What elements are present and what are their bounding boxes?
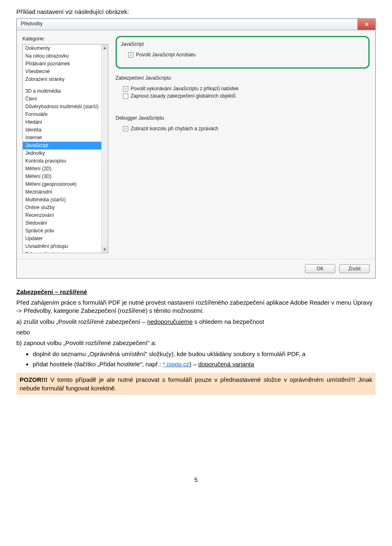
list-item[interactable]: Recenzování [23, 212, 108, 219]
cancel-button[interactable]: Zrušit [339, 264, 370, 273]
list-item: doplnit do seznamu „Oprávněná umístění" … [33, 350, 376, 359]
list-item[interactable]: JavaScript [23, 142, 108, 149]
titlebar: Předvolby ✕ [17, 19, 375, 30]
list-item[interactable]: Měření (2D) [23, 165, 108, 173]
preferences-dialog: Předvolby ✕ Kategorie: DokumentyNa celou… [16, 18, 376, 279]
list-item[interactable]: Čtení [23, 95, 108, 103]
list-item: přidat hostitele (tlačítko „Přidat hosti… [33, 360, 376, 369]
list-item[interactable]: Online služby [23, 204, 108, 212]
paragraph-1: Před zahájením práce s formuláři PDF je … [16, 299, 376, 315]
list-item[interactable]: Dokumenty [23, 45, 108, 52]
checkbox-enable-js[interactable]: ✓ [128, 52, 134, 58]
list-item[interactable]: 3D a multimédia [23, 87, 108, 95]
list-item[interactable]: Mezinárodní [23, 188, 108, 196]
label-allow-menu-js: Povolit vykonávání JavaScriptu z příkazů… [131, 86, 238, 91]
list-item[interactable]: Všeobecné [23, 68, 108, 76]
list-item[interactable]: Zabezpečení [23, 250, 108, 253]
list-item[interactable]: Updater [23, 235, 108, 243]
checkbox-global-obj-policy[interactable] [123, 94, 128, 99]
list-item[interactable]: Zobrazení stránky [23, 76, 108, 83]
intro-text: Příklad nastavení viz následující obráze… [16, 8, 376, 15]
list-item[interactable]: Formuláře [23, 111, 108, 118]
list-item[interactable]: Identita [23, 126, 108, 134]
link-ispop[interactable]: *.ispop.cz [163, 361, 189, 368]
list-item[interactable]: Důvěryhodnost multimédií (starší) [23, 103, 108, 111]
group-javascript: JavaScript [121, 41, 364, 47]
checkbox-console[interactable]: ✓ [123, 126, 128, 131]
bullet-list: doplnit do seznamu „Oprávněná umístění" … [16, 350, 376, 369]
dialog-title: Předvolby [17, 19, 357, 30]
paragraph-2: a) zrušit volbu „Povolit rozšířené zabez… [16, 318, 376, 326]
list-item[interactable]: Hledání [23, 118, 108, 126]
label-enable-js: Povolit JavaScript Acrobatu [136, 52, 196, 58]
scroll-up-icon[interactable]: ▲ [102, 45, 108, 51]
ok-button[interactable]: OK [305, 264, 335, 273]
section-heading: Zabezpečení – rozšířené [16, 288, 376, 295]
scroll-down-icon[interactable]: ▼ [102, 246, 108, 253]
warning-box: POZOR!!! V tomto případě je ale nutné pr… [16, 373, 376, 395]
list-item[interactable]: Přidávání poznámek [23, 60, 108, 68]
close-icon[interactable]: ✕ [357, 19, 375, 30]
group-debugger: Debugger JavaScriptu [116, 115, 370, 121]
label-console: Zobrazit konzolu při chybách a zprávách [131, 126, 218, 131]
list-item[interactable]: Kontrola pravopisu [23, 157, 108, 165]
scrollbar[interactable]: ▲ ▼ [101, 45, 108, 253]
page-number: 5 [16, 477, 376, 483]
label-global-obj-policy: Zapnout zásady zabezpečení globálních ob… [131, 93, 236, 99]
javascript-highlight: JavaScript ✓ Povolit JavaScript Acrobatu [116, 36, 370, 69]
list-item[interactable]: Usnadnění přístupu [23, 243, 108, 250]
list-item[interactable]: Správce práv [23, 227, 108, 235]
list-item[interactable]: Internet [23, 134, 108, 142]
category-listbox[interactable]: DokumentyNa celou obrazovkuPřidávání poz… [22, 44, 108, 253]
paragraph-4: b) zapnout volbu „Povolit rozšířené zabe… [16, 339, 376, 347]
list-item[interactable]: Jednotky [23, 149, 108, 157]
list-item[interactable]: Multimédia (starší) [23, 196, 108, 204]
category-label: Kategorie: [22, 36, 108, 42]
list-item[interactable]: Sledování [23, 219, 108, 227]
list-item[interactable]: Na celou obrazovku [23, 52, 108, 60]
group-js-security: Zabezpečení JavaScriptu [116, 75, 370, 81]
paragraph-3: nebo [16, 328, 376, 337]
list-item[interactable]: Měření (3D) [23, 173, 108, 181]
checkbox-allow-menu-js[interactable]: ✓ [123, 86, 128, 91]
list-item[interactable]: Měření (geoprostorové) [23, 181, 108, 188]
